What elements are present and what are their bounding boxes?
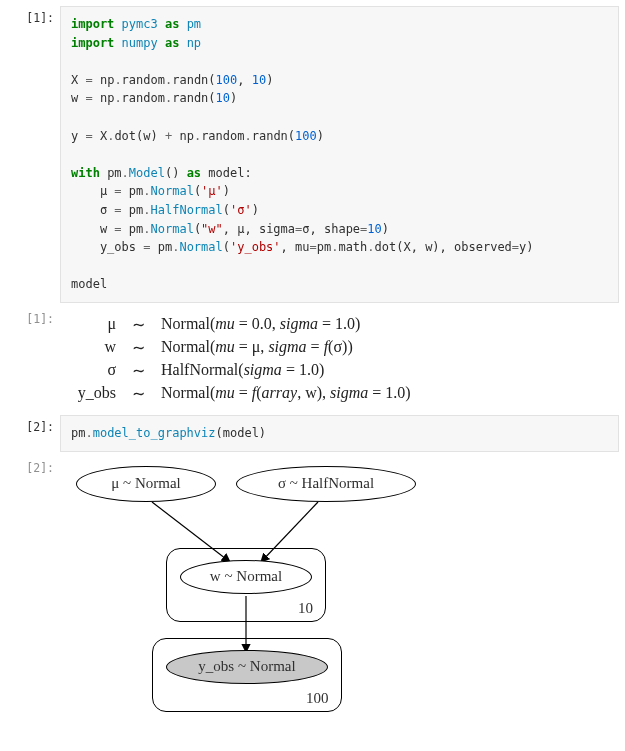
model-math-table: μ∼Normal(mu = 0.0, sigma = 1.0)w∼Normal(… [66,313,419,405]
out-prompt-2: [2]: [6,456,60,475]
output-block-2: μ ~ Normal σ ~ HalfNormal w ~ Normal 10 … [60,456,619,720]
cell-1-input: [1]: import pymc3 as pm import numpy as … [6,6,619,303]
out-prompt-1: [1]: [6,307,60,326]
node-sigma: σ ~ HalfNormal [236,466,416,502]
code-block-2[interactable]: pm.model_to_graphviz(model) [60,415,619,452]
in-prompt-2: [2]: [6,415,60,434]
node-sigma-label: σ ~ HalfNormal [278,475,374,492]
code-block-1[interactable]: import pymc3 as pm import numpy as np X … [60,6,619,303]
output-block-1: μ∼Normal(mu = 0.0, sigma = 1.0)w∼Normal(… [60,307,619,411]
plate-100-label: 100 [306,690,329,707]
node-mu-label: μ ~ Normal [111,475,180,492]
cell-1-output: [1]: μ∼Normal(mu = 0.0, sigma = 1.0)w∼No… [6,307,619,411]
graphviz-diagram: μ ~ Normal σ ~ HalfNormal w ~ Normal 10 … [66,462,436,714]
node-yobs: y_obs ~ Normal [166,650,328,684]
plate-10-label: 10 [298,600,313,617]
cell-2-output: [2]: μ ~ Normal σ ~ HalfNormal [6,456,619,720]
cell-2-input: [2]: pm.model_to_graphviz(model) [6,415,619,452]
node-w-label: w ~ Normal [210,568,282,585]
node-w: w ~ Normal [180,560,312,594]
node-yobs-label: y_obs ~ Normal [198,658,295,675]
in-prompt-1: [1]: [6,6,60,25]
node-mu: μ ~ Normal [76,466,216,502]
